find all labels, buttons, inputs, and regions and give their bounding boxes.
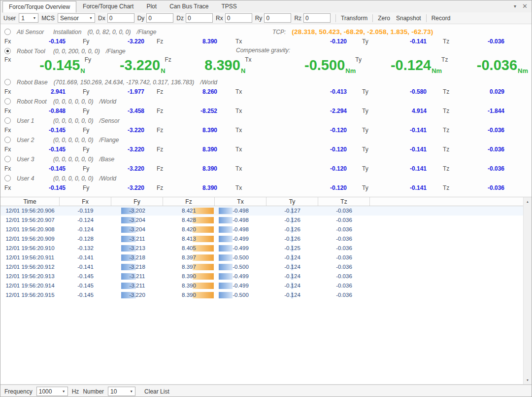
panel-menu-caret-icon[interactable]: ▾: [514, 3, 516, 9]
offset-fields: DxDyDzRxRyRz: [98, 13, 331, 23]
table-row[interactable]: 12/01 19:56:20.912-0.141-3.2188.397-0.50…: [0, 262, 523, 272]
cell-fy: -3.202: [111, 206, 163, 216]
mcs-select[interactable]: Sensor ▼: [58, 13, 95, 23]
user-3-values: Fx-0.145Fy-3.220Fz8.390Tx-0.120Ty-0.141T…: [4, 164, 528, 174]
cell-fx: -0.124: [60, 216, 111, 225]
robot-base-reference: /World: [200, 79, 217, 86]
user-3-fy-label: Fy: [83, 165, 89, 172]
radio-user-4[interactable]: [4, 175, 11, 181]
ati-sensor-tz-value: -0.036: [488, 38, 504, 45]
user-1-tx-value: -0.120: [330, 127, 347, 134]
table-row[interactable]: 12/01 19:56:20.907-0.124-3.2048.428-0.49…: [0, 216, 523, 225]
cell-fx: -0.119: [60, 206, 111, 216]
table-row[interactable]: 12/01 19:56:20.906-0.119-3.2028.421-0.49…: [0, 206, 523, 216]
table-header-cell-fy[interactable]: Fy: [111, 197, 163, 206]
toolbar-separator: [335, 14, 336, 22]
table-row[interactable]: 12/01 19:56:20.911-0.141-3.2188.397-0.50…: [0, 253, 523, 262]
radio-robot-tool[interactable]: [4, 48, 11, 54]
number-select[interactable]: 10 ▼: [108, 387, 135, 396]
cell-time: 12/01 19:56:20.912: [0, 262, 60, 272]
vertical-scrollbar[interactable]: ▲ ▼: [523, 197, 532, 384]
frames-panel: TCP: (28.318, 50.423, -68.29, -2.058, 1.…: [0, 24, 532, 197]
table-row[interactable]: 12/01 19:56:20.908-0.124-3.2048.420-0.49…: [0, 225, 523, 234]
radio-ati-sensor[interactable]: [4, 29, 11, 35]
table-header-cell-fz[interactable]: Fz: [163, 197, 215, 206]
clear-list-button[interactable]: Clear List: [144, 388, 169, 395]
tab-can-bus-trace[interactable]: Can Bus Trace: [163, 0, 215, 12]
user-select[interactable]: 1 ▼: [19, 13, 38, 23]
table-header-cell-tz[interactable]: Tz: [318, 197, 370, 206]
user-4-fx-label: Fx: [4, 184, 11, 191]
zero-button[interactable]: Zero: [375, 14, 393, 23]
snapshot-button[interactable]: Snapshot: [393, 14, 424, 23]
table-header-cell-time[interactable]: Time: [0, 197, 60, 206]
cell-tx: -0.499: [215, 281, 266, 290]
radio-user-1[interactable]: [4, 117, 11, 124]
radio-robot-base[interactable]: [4, 79, 11, 85]
user-3-fx-label: Fx: [4, 165, 11, 172]
rx-input[interactable]: [225, 13, 252, 23]
robot-root-tx-label: Tx: [235, 108, 242, 114]
rx-label: Rx: [216, 15, 223, 22]
tx-data-bar: [219, 226, 233, 233]
ati-sensor-pose: (0, 0, 82, 0, 0, 0): [87, 29, 131, 36]
cell-tx: -0.498: [215, 206, 266, 216]
tab-force-torque-chart[interactable]: Force/Torque Chart: [76, 0, 140, 12]
cell-tx: -0.499: [215, 272, 266, 281]
radio-user-3[interactable]: [4, 156, 11, 162]
user-2-fx-pair: Fx-0.145: [4, 146, 66, 153]
toolbar-buttons: TransformZeroSnapshotRecord: [333, 14, 453, 23]
radio-robot-root[interactable]: [4, 98, 11, 105]
table-header-cell-fx[interactable]: Fx: [60, 197, 111, 206]
scroll-down-icon[interactable]: ▼: [524, 376, 532, 384]
robot-base-tz-value: 0.029: [490, 88, 504, 95]
cell-time: 12/01 19:56:20.907: [0, 216, 60, 225]
robot-tool-fz-label: Fz: [165, 56, 182, 63]
dx-input[interactable]: [107, 13, 134, 23]
cell-ty: -0.124: [266, 290, 318, 300]
dy-input[interactable]: [146, 13, 173, 23]
cell-fx: -0.145: [60, 272, 111, 281]
user-2-tz-value: -0.036: [488, 146, 504, 153]
user-2-label: User 2: [17, 137, 47, 144]
rz-input[interactable]: [303, 13, 331, 23]
dz-input[interactable]: [186, 13, 213, 23]
robot-tool-fx-value: -0.145N: [21, 56, 85, 77]
tab-tpss[interactable]: TPSS: [215, 0, 243, 12]
force-torque-overview-window: Force/Torque OverviewForce/Torque ChartP…: [0, 0, 532, 397]
close-icon[interactable]: ✕: [522, 2, 528, 10]
tab-force-torque-overview[interactable]: Force/Torque Overview: [2, 1, 76, 13]
transform-button[interactable]: Transform: [338, 14, 370, 23]
robot-tool-pose: (0, 0, 200, 0, 0, 0): [53, 48, 100, 55]
table-row[interactable]: 12/01 19:56:20.913-0.145-3.2118.390-0.49…: [0, 272, 523, 281]
cell-fx: -0.132: [60, 244, 111, 253]
ati-sensor-tz-pair: Tz-0.036: [427, 38, 504, 45]
ati-sensor-ty-pair: Ty-0.141: [347, 38, 427, 45]
ati-sensor-fy-value: -3.220: [128, 38, 144, 45]
user-1-ty-label: Ty: [362, 127, 368, 134]
user-select-value: 1: [21, 15, 25, 22]
user-1-reference: /Sensor: [99, 117, 119, 124]
table-row[interactable]: 12/01 19:56:20.914-0.145-3.2118.390-0.49…: [0, 281, 523, 290]
table-row[interactable]: 12/01 19:56:20.909-0.128-3.2118.413-0.49…: [0, 234, 523, 244]
robot-tool-tx-label: Tx: [245, 56, 265, 63]
robot-tool-fz-value: 8.390N: [182, 56, 245, 77]
ry-input[interactable]: [264, 13, 291, 23]
table-header-cell-ty[interactable]: Ty: [266, 197, 318, 206]
robot-base-fx-value: 2.941: [51, 88, 66, 95]
user-2-tx-value: -0.120: [330, 146, 347, 153]
table-header-cell-tx[interactable]: Tx: [215, 197, 266, 206]
ati-sensor-tx-label: Tx: [235, 38, 242, 45]
user-1-tx-label: Tx: [235, 127, 242, 134]
scroll-up-icon[interactable]: ▲: [524, 197, 532, 206]
tab-plot[interactable]: Plot: [140, 0, 163, 12]
cell-tz: -0.036: [318, 253, 370, 262]
record-button[interactable]: Record: [429, 14, 454, 23]
table-row[interactable]: 12/01 19:56:20.915-0.145-3.2208.390-0.50…: [0, 290, 523, 300]
table-row[interactable]: 12/01 19:56:20.910-0.132-3.2138.405-0.49…: [0, 244, 523, 253]
user-1-ty-pair: Ty-0.141: [347, 127, 427, 134]
user-1-fx-value: -0.145: [49, 127, 66, 134]
radio-user-2[interactable]: [4, 137, 11, 143]
frequency-select[interactable]: 1000 ▼: [36, 387, 68, 396]
ati-sensor-fz-value: 8.390: [202, 38, 217, 45]
